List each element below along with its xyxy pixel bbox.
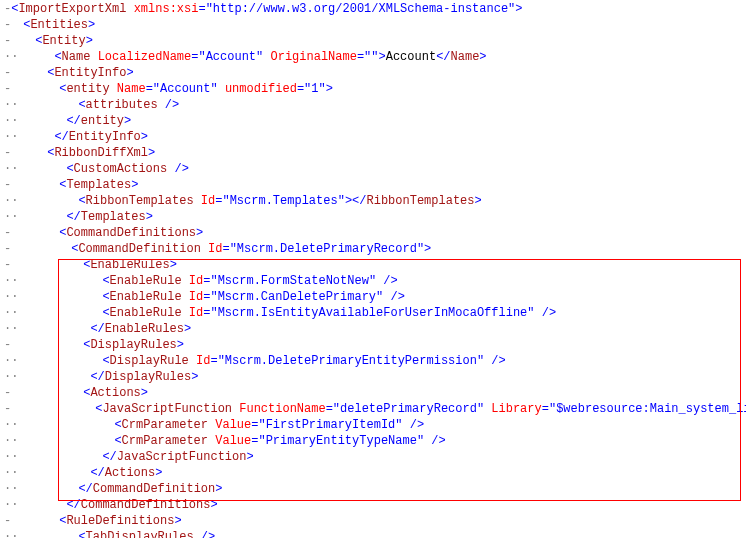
- fold-gutter: ··: [4, 49, 18, 65]
- code-content: </Actions>: [90, 465, 162, 481]
- code-content: <attributes />: [78, 97, 179, 113]
- code-content: </entity>: [66, 113, 131, 129]
- code-line: -<EntityInfo>: [4, 65, 746, 81]
- fold-gutter[interactable]: -: [4, 145, 11, 161]
- fold-gutter: ··: [4, 481, 18, 497]
- code-content: <CustomActions />: [66, 161, 188, 177]
- fold-gutter[interactable]: -: [4, 337, 11, 353]
- code-content: <EnableRule Id="Mscrm.FormStateNotNew" /…: [102, 273, 397, 289]
- code-content: </EntityInfo>: [54, 129, 148, 145]
- code-content: <ImportExportXml xmlns:xsi="http://www.w…: [11, 1, 522, 17]
- code-line: -<entity Name="Account" unmodified="1">: [4, 81, 746, 97]
- fold-gutter[interactable]: -: [4, 257, 11, 273]
- code-content: </DisplayRules>: [90, 369, 198, 385]
- code-content: </CommandDefinitions>: [66, 497, 217, 513]
- code-content: <RuleDefinitions>: [59, 513, 181, 529]
- code-content: <CommandDefinitions>: [59, 225, 203, 241]
- code-line: -<Entities>: [4, 17, 746, 33]
- code-content: <EnableRule Id="Mscrm.IsEntityAvailableF…: [102, 305, 556, 321]
- code-line: ··<attributes />: [4, 97, 746, 113]
- fold-gutter: ··: [4, 529, 18, 538]
- code-line: -<ImportExportXml xmlns:xsi="http://www.…: [4, 1, 746, 17]
- fold-gutter[interactable]: -: [4, 177, 11, 193]
- code-line: ··</JavaScriptFunction>: [4, 449, 746, 465]
- code-line: ··</EntityInfo>: [4, 129, 746, 145]
- code-content: <EnableRule Id="Mscrm.CanDeletePrimary" …: [102, 289, 404, 305]
- code-content: </CommandDefinition>: [78, 481, 222, 497]
- fold-gutter: ··: [4, 305, 18, 321]
- code-content: <JavaScriptFunction FunctionName="delete…: [95, 401, 746, 417]
- code-line: ··<DisplayRule Id="Mscrm.DeletePrimaryEn…: [4, 353, 746, 369]
- fold-gutter[interactable]: -: [4, 1, 11, 17]
- fold-gutter: ··: [4, 193, 18, 209]
- code-content: <TabDisplayRules />: [78, 529, 215, 538]
- code-line: -<DisplayRules>: [4, 337, 746, 353]
- code-content: <RibbonDiffXml>: [47, 145, 155, 161]
- code-content: </EnableRules>: [90, 321, 191, 337]
- code-line: ··</CommandDefinitions>: [4, 497, 746, 513]
- fold-gutter: ··: [4, 209, 18, 225]
- code-line: ··</entity>: [4, 113, 746, 129]
- code-line: ··</Templates>: [4, 209, 746, 225]
- fold-gutter[interactable]: -: [4, 241, 11, 257]
- fold-gutter[interactable]: -: [4, 81, 11, 97]
- code-content: <Entities>: [23, 17, 95, 33]
- fold-gutter: ··: [4, 97, 18, 113]
- fold-gutter: ··: [4, 465, 18, 481]
- fold-gutter: ··: [4, 417, 18, 433]
- code-content: <EntityInfo>: [47, 65, 133, 81]
- code-content: <Templates>: [59, 177, 138, 193]
- code-line: -<JavaScriptFunction FunctionName="delet…: [4, 401, 746, 417]
- fold-gutter[interactable]: -: [4, 33, 11, 49]
- fold-gutter[interactable]: -: [4, 513, 11, 529]
- code-line: -<Entity>: [4, 33, 746, 49]
- code-line: ··</EnableRules>: [4, 321, 746, 337]
- fold-gutter: ··: [4, 161, 18, 177]
- code-line: -<CommandDefinition Id="Mscrm.DeletePrim…: [4, 241, 746, 257]
- code-line: -<EnableRules>: [4, 257, 746, 273]
- xml-code-viewer: -<ImportExportXml xmlns:xsi="http://www.…: [0, 0, 746, 538]
- code-line: ··</DisplayRules>: [4, 369, 746, 385]
- code-line: ··</Actions>: [4, 465, 746, 481]
- fold-gutter[interactable]: -: [4, 225, 11, 241]
- fold-gutter: ··: [4, 353, 18, 369]
- code-line: ··<RibbonTemplates Id="Mscrm.Templates">…: [4, 193, 746, 209]
- code-content: <DisplayRule Id="Mscrm.DeletePrimaryEnti…: [102, 353, 505, 369]
- code-line: ··<TabDisplayRules />: [4, 529, 746, 538]
- code-line: -<CommandDefinitions>: [4, 225, 746, 241]
- code-content: <EnableRules>: [83, 257, 177, 273]
- code-line: ··<CrmParameter Value="PrimaryEntityType…: [4, 433, 746, 449]
- code-line: -<RibbonDiffXml>: [4, 145, 746, 161]
- code-line: ··</CommandDefinition>: [4, 481, 746, 497]
- code-content: <CommandDefinition Id="Mscrm.DeletePrima…: [71, 241, 431, 257]
- code-content: <Name LocalizedName="Account" OriginalNa…: [54, 49, 486, 65]
- code-line: ··<EnableRule Id="Mscrm.CanDeletePrimary…: [4, 289, 746, 305]
- code-content: <DisplayRules>: [83, 337, 184, 353]
- code-line: ··<EnableRule Id="Mscrm.IsEntityAvailabl…: [4, 305, 746, 321]
- fold-gutter: ··: [4, 273, 18, 289]
- fold-gutter[interactable]: -: [4, 385, 11, 401]
- code-line: ··<CrmParameter Value="FirstPrimaryItemI…: [4, 417, 746, 433]
- fold-gutter[interactable]: -: [4, 17, 11, 33]
- code-content: <CrmParameter Value="FirstPrimaryItemId"…: [114, 417, 424, 433]
- code-content: </JavaScriptFunction>: [102, 449, 253, 465]
- fold-gutter: ··: [4, 113, 18, 129]
- code-content: <Entity>: [35, 33, 93, 49]
- code-line: ··<CustomActions />: [4, 161, 746, 177]
- fold-gutter: ··: [4, 129, 18, 145]
- code-line: -<Templates>: [4, 177, 746, 193]
- code-line: ··<Name LocalizedName="Account" Original…: [4, 49, 746, 65]
- code-line: ··<EnableRule Id="Mscrm.FormStateNotNew"…: [4, 273, 746, 289]
- code-content: <Actions>: [83, 385, 148, 401]
- fold-gutter: ··: [4, 433, 18, 449]
- code-content: </Templates>: [66, 209, 152, 225]
- code-content: <CrmParameter Value="PrimaryEntityTypeNa…: [114, 433, 445, 449]
- code-content: <entity Name="Account" unmodified="1">: [59, 81, 333, 97]
- fold-gutter: ··: [4, 449, 18, 465]
- fold-gutter[interactable]: -: [4, 65, 11, 81]
- code-line: -<Actions>: [4, 385, 746, 401]
- fold-gutter: ··: [4, 321, 18, 337]
- fold-gutter: ··: [4, 369, 18, 385]
- fold-gutter[interactable]: -: [4, 401, 11, 417]
- fold-gutter: ··: [4, 497, 18, 513]
